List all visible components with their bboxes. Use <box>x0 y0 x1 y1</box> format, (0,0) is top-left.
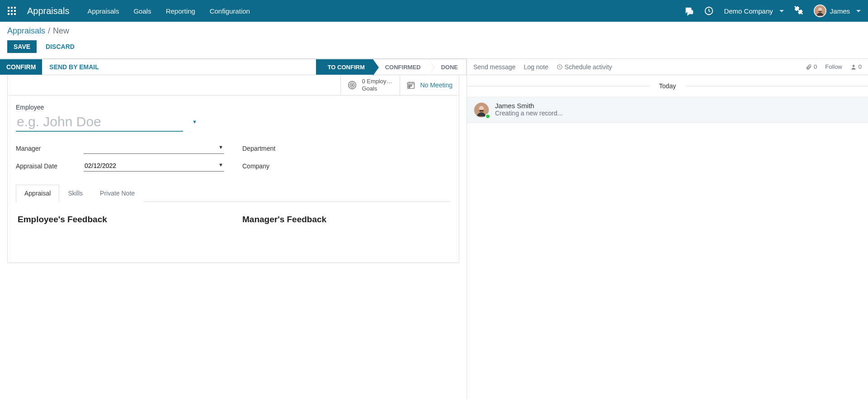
message-author: James Smith <box>495 102 562 110</box>
status-steps: TO CONFIRM CONFIRMED DONE <box>316 59 466 75</box>
app-title: Appraisals <box>27 6 69 16</box>
svg-rect-18 <box>411 85 412 86</box>
apps-icon[interactable] <box>7 6 16 15</box>
appraisal-date-label: Appraisal Date <box>16 162 84 170</box>
followers-button[interactable]: 0 <box>850 63 862 70</box>
svg-rect-3 <box>8 10 9 12</box>
stat-goals-top: 0 Employe... <box>362 78 393 85</box>
target-icon <box>347 80 357 90</box>
schedule-activity-label: Schedule activity <box>565 63 612 71</box>
today-divider: Today <box>467 75 868 97</box>
manager-feedback-title: Manager's Feedback <box>242 215 449 224</box>
svg-rect-2 <box>14 7 16 9</box>
department-row: Department <box>242 143 451 154</box>
dropdown-icon[interactable]: ▼ <box>189 119 200 124</box>
svg-point-15 <box>352 85 353 86</box>
employee-field[interactable]: ▼ <box>16 113 183 132</box>
stat-goals-button[interactable]: 0 Employe... Goals <box>340 75 400 95</box>
stat-goals-bottom: Goals <box>362 85 377 92</box>
presence-indicator <box>485 114 491 119</box>
button-box: 0 Employe... Goals No Meeting <box>8 75 459 95</box>
manager-input[interactable] <box>84 143 224 154</box>
activities-icon[interactable] <box>704 6 714 16</box>
employee-input[interactable] <box>16 114 189 130</box>
nav-menu: Appraisals Goals Reporting Configuration <box>87 7 250 15</box>
department-label: Department <box>242 145 310 152</box>
svg-point-21 <box>852 65 854 67</box>
followers-count: 0 <box>859 63 862 70</box>
send-by-email-button[interactable]: SEND BY EMAIL <box>42 59 106 75</box>
company-row: Company <box>242 160 451 172</box>
svg-rect-6 <box>8 13 9 15</box>
form-sheet: 0 Employe... Goals No Meeting Employee <box>7 75 459 263</box>
calendar-icon <box>406 81 415 90</box>
user-menu[interactable]: James <box>814 5 861 17</box>
appraisal-date-row: Appraisal Date ▼ <box>16 160 224 172</box>
status-step-to-confirm[interactable]: TO CONFIRM <box>316 59 373 75</box>
schedule-activity-button[interactable]: Schedule activity <box>557 63 612 71</box>
status-step-confirmed[interactable]: CONFIRMED <box>373 59 429 75</box>
save-button[interactable]: SAVE <box>7 40 37 53</box>
employee-label: Employee <box>16 104 451 111</box>
manager-label: Manager <box>16 145 84 152</box>
svg-rect-8 <box>14 13 16 15</box>
svg-rect-1 <box>11 7 13 9</box>
stat-meeting-button[interactable]: No Meeting <box>400 75 459 95</box>
appraisal-date-input[interactable] <box>84 160 224 172</box>
debug-icon[interactable] <box>794 6 804 16</box>
svg-rect-12 <box>818 11 821 12</box>
employee-feedback-title: Employee's Feedback <box>18 215 224 224</box>
breadcrumb: Appraisals / New <box>7 26 861 36</box>
company-name: Demo Company <box>724 7 773 15</box>
manager-row: Manager ▼ <box>16 143 224 154</box>
form-area: CONFIRM SEND BY EMAIL TO CONFIRM CONFIRM… <box>0 59 467 399</box>
message-body: Creating a new record... <box>495 110 562 117</box>
tab-appraisal[interactable]: Appraisal <box>16 185 59 202</box>
follow-button[interactable]: Follow <box>825 63 842 70</box>
navbar: Appraisals Appraisals Goals Reporting Co… <box>0 0 868 22</box>
svg-rect-7 <box>11 13 13 15</box>
tabs: Appraisal Skills Private Note <box>16 184 451 202</box>
log-note-button[interactable]: Log note <box>524 63 548 71</box>
breadcrumb-root[interactable]: Appraisals <box>7 26 45 36</box>
confirm-button[interactable]: CONFIRM <box>0 59 42 75</box>
tab-content-appraisal: Employee's Feedback Manager's Feedback <box>16 202 451 252</box>
chatter-topbar: Send message Log note Schedule activity … <box>467 59 868 75</box>
svg-rect-17 <box>409 85 410 86</box>
company-selector[interactable]: Demo Company <box>724 7 783 15</box>
attachments-button[interactable]: 0 <box>806 63 817 70</box>
svg-rect-5 <box>14 10 16 12</box>
dropdown-icon[interactable]: ▼ <box>218 162 223 167</box>
nav-item-goals[interactable]: Goals <box>133 7 151 15</box>
nav-item-reporting[interactable]: Reporting <box>166 7 195 15</box>
chatter: Send message Log note Schedule activity … <box>467 59 868 399</box>
discard-button[interactable]: DISCARD <box>44 40 76 53</box>
discuss-icon[interactable] <box>684 6 694 16</box>
send-message-button[interactable]: Send message <box>473 63 515 71</box>
statusbar: CONFIRM SEND BY EMAIL TO CONFIRM CONFIRM… <box>0 59 467 75</box>
breadcrumb-sep: / <box>48 26 50 36</box>
tab-skills[interactable]: Skills <box>59 185 91 202</box>
nav-item-appraisals[interactable]: Appraisals <box>87 7 119 15</box>
attachments-count: 0 <box>814 63 817 70</box>
svg-rect-24 <box>480 110 484 112</box>
dropdown-icon[interactable]: ▼ <box>218 144 223 150</box>
svg-rect-19 <box>409 86 410 88</box>
avatar <box>814 5 826 17</box>
svg-rect-4 <box>11 10 13 12</box>
tab-private-note[interactable]: Private Note <box>91 185 143 202</box>
chatter-message: James Smith Creating a new record... <box>467 97 868 123</box>
stat-meeting-text: No Meeting <box>420 81 453 89</box>
svg-rect-0 <box>8 7 9 9</box>
breadcrumb-current: New <box>53 26 69 36</box>
control-panel: Appraisals / New SAVE DISCARD <box>0 22 868 59</box>
user-name: James <box>830 7 850 15</box>
nav-item-configuration[interactable]: Configuration <box>210 7 250 15</box>
company-label: Company <box>242 162 310 170</box>
